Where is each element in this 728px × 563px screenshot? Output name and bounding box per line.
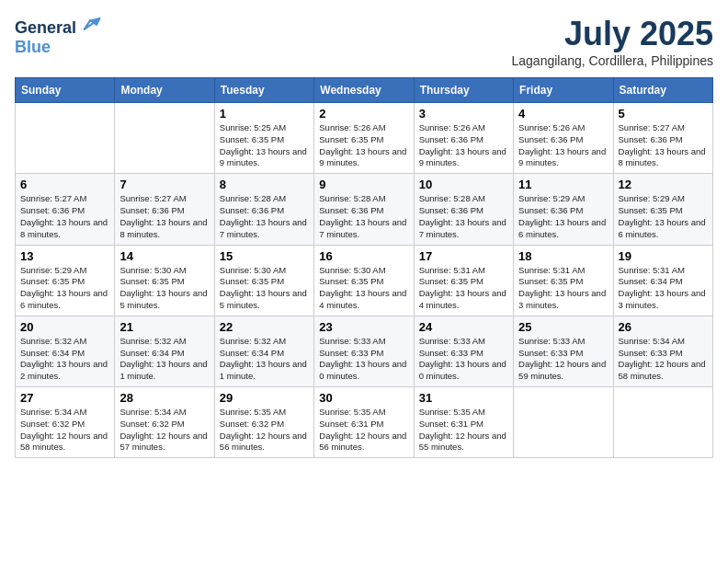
month-year: July 2025 — [512, 15, 713, 53]
date-number: 3 — [419, 107, 508, 121]
calendar-day-30: 30Sunrise: 5:35 AM Sunset: 6:31 PM Dayli… — [314, 387, 414, 458]
cell-info: Sunrise: 5:33 AM Sunset: 6:33 PM Dayligh… — [518, 336, 608, 383]
cell-info: Sunrise: 5:25 AM Sunset: 6:35 PM Dayligh… — [220, 122, 309, 169]
cell-info: Sunrise: 5:35 AM Sunset: 6:31 PM Dayligh… — [419, 407, 508, 454]
day-header-saturday: Saturday — [613, 78, 712, 103]
calendar-day-12: 12Sunrise: 5:29 AM Sunset: 6:35 PM Dayli… — [613, 174, 712, 245]
day-header-sunday: Sunday — [16, 78, 115, 103]
calendar-day-6: 6Sunrise: 5:27 AM Sunset: 6:36 PM Daylig… — [16, 174, 115, 245]
date-number: 4 — [518, 107, 608, 121]
calendar-day-22: 22Sunrise: 5:32 AM Sunset: 6:34 PM Dayli… — [214, 316, 313, 386]
page-header: General Blue July 2025 Lagangilang, Cord… — [15, 15, 713, 68]
cell-info: Sunrise: 5:34 AM Sunset: 6:32 PM Dayligh… — [20, 407, 109, 454]
empty-cell — [16, 103, 115, 174]
cell-info: Sunrise: 5:26 AM Sunset: 6:35 PM Dayligh… — [319, 122, 408, 169]
cell-info: Sunrise: 5:31 AM Sunset: 6:35 PM Dayligh… — [518, 265, 608, 312]
cell-info: Sunrise: 5:28 AM Sunset: 6:36 PM Dayligh… — [319, 193, 408, 240]
date-number: 17 — [419, 249, 508, 263]
cell-info: Sunrise: 5:30 AM Sunset: 6:35 PM Dayligh… — [119, 265, 209, 312]
day-header-wednesday: Wednesday — [314, 78, 414, 103]
logo: General Blue — [15, 15, 101, 57]
calendar-day-5: 5Sunrise: 5:27 AM Sunset: 6:36 PM Daylig… — [613, 103, 712, 174]
date-number: 1 — [220, 107, 309, 121]
calendar-day-15: 15Sunrise: 5:30 AM Sunset: 6:35 PM Dayli… — [214, 245, 313, 316]
cell-info: Sunrise: 5:34 AM Sunset: 6:32 PM Dayligh… — [119, 407, 209, 454]
cell-info: Sunrise: 5:33 AM Sunset: 6:33 PM Dayligh… — [319, 336, 408, 383]
cell-info: Sunrise: 5:30 AM Sunset: 6:35 PM Dayligh… — [319, 265, 408, 312]
calendar-day-3: 3Sunrise: 5:26 AM Sunset: 6:36 PM Daylig… — [414, 103, 513, 174]
empty-cell — [514, 387, 613, 458]
date-number: 20 — [20, 320, 109, 334]
date-number: 25 — [518, 320, 608, 334]
date-number: 16 — [319, 249, 408, 263]
date-number: 30 — [319, 391, 408, 405]
day-header-friday: Friday — [514, 78, 613, 103]
cell-info: Sunrise: 5:28 AM Sunset: 6:36 PM Dayligh… — [419, 193, 508, 240]
logo-text: General — [15, 15, 101, 38]
calendar-day-20: 20Sunrise: 5:32 AM Sunset: 6:34 PM Dayli… — [16, 316, 115, 386]
day-header-tuesday: Tuesday — [214, 78, 313, 103]
calendar-day-31: 31Sunrise: 5:35 AM Sunset: 6:31 PM Dayli… — [414, 387, 513, 458]
calendar-day-24: 24Sunrise: 5:33 AM Sunset: 6:33 PM Dayli… — [414, 316, 513, 386]
calendar-day-23: 23Sunrise: 5:33 AM Sunset: 6:33 PM Dayli… — [314, 316, 414, 386]
date-number: 23 — [319, 320, 408, 334]
cell-info: Sunrise: 5:26 AM Sunset: 6:36 PM Dayligh… — [419, 122, 508, 169]
cell-info: Sunrise: 5:30 AM Sunset: 6:35 PM Dayligh… — [220, 265, 309, 312]
date-number: 11 — [518, 178, 608, 191]
cell-info: Sunrise: 5:31 AM Sunset: 6:34 PM Dayligh… — [619, 265, 708, 312]
calendar-table: SundayMondayTuesdayWednesdayThursdayFrid… — [15, 77, 713, 458]
cell-info: Sunrise: 5:29 AM Sunset: 6:35 PM Dayligh… — [20, 265, 109, 312]
cell-info: Sunrise: 5:28 AM Sunset: 6:36 PM Dayligh… — [220, 193, 309, 240]
calendar-day-21: 21Sunrise: 5:32 AM Sunset: 6:34 PM Dayli… — [115, 316, 214, 386]
date-number: 5 — [619, 107, 708, 121]
cell-info: Sunrise: 5:27 AM Sunset: 6:36 PM Dayligh… — [119, 193, 209, 240]
calendar-day-14: 14Sunrise: 5:30 AM Sunset: 6:35 PM Dayli… — [115, 245, 214, 316]
date-number: 15 — [220, 249, 309, 263]
calendar-day-16: 16Sunrise: 5:30 AM Sunset: 6:35 PM Dayli… — [314, 245, 414, 316]
empty-cell — [115, 103, 214, 174]
cell-info: Sunrise: 5:26 AM Sunset: 6:36 PM Dayligh… — [518, 122, 608, 169]
cell-info: Sunrise: 5:34 AM Sunset: 6:33 PM Dayligh… — [619, 336, 708, 383]
calendar-day-13: 13Sunrise: 5:29 AM Sunset: 6:35 PM Dayli… — [16, 245, 115, 316]
date-number: 31 — [419, 391, 508, 405]
calendar-day-25: 25Sunrise: 5:33 AM Sunset: 6:33 PM Dayli… — [514, 316, 613, 386]
calendar-day-2: 2Sunrise: 5:26 AM Sunset: 6:35 PM Daylig… — [314, 103, 414, 174]
cell-info: Sunrise: 5:32 AM Sunset: 6:34 PM Dayligh… — [119, 336, 209, 383]
location: Lagangilang, Cordillera, Philippines — [512, 53, 713, 68]
date-number: 6 — [20, 178, 109, 191]
calendar-day-4: 4Sunrise: 5:26 AM Sunset: 6:36 PM Daylig… — [514, 103, 613, 174]
cell-info: Sunrise: 5:27 AM Sunset: 6:36 PM Dayligh… — [619, 122, 708, 169]
calendar-day-27: 27Sunrise: 5:34 AM Sunset: 6:32 PM Dayli… — [16, 387, 115, 458]
date-number: 14 — [119, 249, 209, 263]
date-number: 27 — [20, 391, 109, 405]
cell-info: Sunrise: 5:27 AM Sunset: 6:36 PM Dayligh… — [20, 193, 109, 240]
date-number: 2 — [319, 107, 408, 121]
calendar-day-28: 28Sunrise: 5:34 AM Sunset: 6:32 PM Dayli… — [115, 387, 214, 458]
date-number: 19 — [619, 249, 708, 263]
logo-icon — [83, 15, 101, 33]
calendar-day-7: 7Sunrise: 5:27 AM Sunset: 6:36 PM Daylig… — [115, 174, 214, 245]
date-number: 21 — [119, 320, 209, 334]
date-number: 28 — [119, 391, 209, 405]
calendar-day-11: 11Sunrise: 5:29 AM Sunset: 6:36 PM Dayli… — [514, 174, 613, 245]
date-number: 18 — [518, 249, 608, 263]
date-number: 24 — [419, 320, 508, 334]
date-number: 13 — [20, 249, 109, 263]
date-number: 7 — [119, 178, 209, 191]
cell-info: Sunrise: 5:29 AM Sunset: 6:35 PM Dayligh… — [619, 193, 708, 240]
day-header-monday: Monday — [115, 78, 214, 103]
calendar-day-18: 18Sunrise: 5:31 AM Sunset: 6:35 PM Dayli… — [514, 245, 613, 316]
cell-info: Sunrise: 5:33 AM Sunset: 6:33 PM Dayligh… — [419, 336, 508, 383]
cell-info: Sunrise: 5:32 AM Sunset: 6:34 PM Dayligh… — [220, 336, 309, 383]
calendar-day-8: 8Sunrise: 5:28 AM Sunset: 6:36 PM Daylig… — [214, 174, 313, 245]
calendar-day-9: 9Sunrise: 5:28 AM Sunset: 6:36 PM Daylig… — [314, 174, 414, 245]
cell-info: Sunrise: 5:29 AM Sunset: 6:36 PM Dayligh… — [518, 193, 608, 240]
cell-info: Sunrise: 5:31 AM Sunset: 6:35 PM Dayligh… — [419, 265, 508, 312]
date-number: 22 — [220, 320, 309, 334]
date-number: 9 — [319, 178, 408, 191]
calendar-day-1: 1Sunrise: 5:25 AM Sunset: 6:35 PM Daylig… — [214, 103, 313, 174]
logo-blue: Blue — [15, 38, 101, 57]
cell-info: Sunrise: 5:35 AM Sunset: 6:32 PM Dayligh… — [220, 407, 309, 454]
cell-info: Sunrise: 5:35 AM Sunset: 6:31 PM Dayligh… — [319, 407, 408, 454]
calendar-day-29: 29Sunrise: 5:35 AM Sunset: 6:32 PM Dayli… — [214, 387, 313, 458]
